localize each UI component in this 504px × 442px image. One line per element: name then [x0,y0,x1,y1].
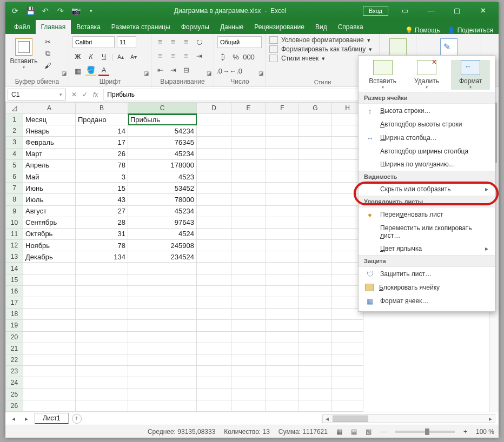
cell[interactable] [197,400,231,411]
cell[interactable] [197,366,231,377]
cell[interactable] [76,389,128,400]
row-header-3[interactable]: 3 [6,137,23,148]
cell[interactable] [299,148,332,159]
enter-formula-icon[interactable]: ✓ [82,91,88,98]
ribbon-display-icon[interactable]: ▭ [393,3,417,18]
cell[interactable] [231,400,266,411]
cell[interactable] [197,205,231,217]
cell[interactable] [266,331,299,343]
tab-home[interactable]: Главная [36,20,71,34]
format-as-table-button[interactable]: Форматировать как таблицу ▾ [269,45,372,53]
name-box-dropdown-icon[interactable]: ▾ [59,92,62,97]
cell[interactable] [128,343,197,354]
comma-icon[interactable]: 000 [243,51,254,62]
menu-autofit-row-height[interactable]: Автоподбор высоты строки [359,118,495,131]
cell[interactable]: Апрель [23,159,76,171]
menu-protect-sheet[interactable]: 🛡 Защитить лист… [359,267,495,281]
row-header-11[interactable]: 11 [6,228,23,239]
fx-icon[interactable]: fx [93,91,98,98]
tab-insert[interactable]: Вставка [71,20,106,34]
align-top-icon[interactable]: ≡ [155,36,165,47]
cell[interactable] [197,331,231,343]
cell[interactable] [266,297,299,309]
cell[interactable] [23,343,76,354]
menu-column-width[interactable]: ↔ Ширина столбца… [359,131,495,145]
cell[interactable] [23,377,76,389]
cell[interactable] [76,285,128,297]
name-box[interactable]: C1 ▾ [8,89,66,101]
cell[interactable] [266,400,299,411]
borders-icon[interactable]: ▦ [72,65,83,76]
cell[interactable]: 54234 [128,125,197,137]
cell[interactable] [299,240,332,251]
cell[interactable] [197,194,231,205]
fill-color-icon[interactable]: 🪣 [85,65,96,76]
number-format-combo[interactable] [217,36,262,48]
cell[interactable] [231,251,266,263]
cell[interactable] [76,320,128,331]
row-header-5[interactable]: 5 [6,159,23,171]
cell[interactable]: Декабрь [23,251,76,263]
orientation-icon[interactable]: ⭮ [194,36,204,47]
menu-default-width[interactable]: Ширина по умолчанию… [359,158,495,171]
cell[interactable] [231,263,266,274]
cell[interactable] [197,114,231,125]
font-launcher-icon[interactable]: ◪ [144,70,149,76]
cell[interactable] [266,217,299,228]
cell[interactable] [197,343,231,354]
row-header-25[interactable]: 25 [6,389,23,400]
wrap-merge-icon[interactable]: ⇥ [194,50,204,61]
row-header-14[interactable]: 14 [6,263,23,274]
cell[interactable]: Ноябрь [23,240,76,251]
cell[interactable]: 97643 [128,217,197,228]
increase-font-icon[interactable]: A▴ [115,51,126,62]
menu-autofit-column-width[interactable]: Автоподбор ширины столбца [359,145,495,158]
cell[interactable]: 26 [76,148,128,159]
cell[interactable] [76,377,128,389]
row-header-24[interactable]: 24 [6,377,23,389]
cell[interactable] [231,171,266,182]
cell[interactable] [299,183,332,194]
row-header-2[interactable]: 2 [6,125,23,137]
cell[interactable] [197,377,231,389]
cell[interactable] [197,171,231,182]
cell[interactable] [76,400,128,411]
cell[interactable] [231,377,266,389]
cell[interactable] [266,159,299,171]
col-header-A[interactable]: A [23,103,76,114]
row-header-10[interactable]: 10 [6,217,23,228]
tab-data[interactable]: Данные [215,20,249,34]
cell[interactable]: 27 [76,205,128,217]
view-page-layout-icon[interactable]: ▤ [351,428,357,436]
cell[interactable] [299,194,332,205]
cell[interactable] [76,309,128,320]
cell[interactable] [128,263,197,274]
cell[interactable] [197,354,231,365]
col-header-D[interactable]: D [197,103,231,114]
cell[interactable] [231,343,266,354]
align-launcher-icon[interactable]: ◪ [207,70,211,76]
cell[interactable] [266,285,299,297]
align-left-icon[interactable]: ≡ [155,50,165,61]
cell[interactable] [266,240,299,251]
cell[interactable]: 4523 [128,171,197,182]
cell[interactable] [266,366,299,377]
row-header-8[interactable]: 8 [6,194,23,205]
cell[interactable] [266,274,299,285]
copy-icon[interactable]: ⧉ [42,48,53,59]
cell[interactable]: Июнь [23,183,76,194]
zoom-slider[interactable] [395,431,455,433]
tab-formulas[interactable]: Формулы [176,20,215,34]
tab-help[interactable]: Справка [333,20,369,34]
cell[interactable]: 14 [76,125,128,137]
cell[interactable]: Сентябрь [23,217,76,228]
cell[interactable] [23,297,76,309]
row-header-4[interactable]: 4 [6,148,23,159]
cell[interactable] [197,137,231,148]
cell[interactable] [299,228,332,239]
cell[interactable] [231,274,266,285]
cell[interactable]: 234524 [128,251,197,263]
cell[interactable]: 43 [76,194,128,205]
cell[interactable] [299,263,332,274]
cell[interactable] [128,389,197,400]
